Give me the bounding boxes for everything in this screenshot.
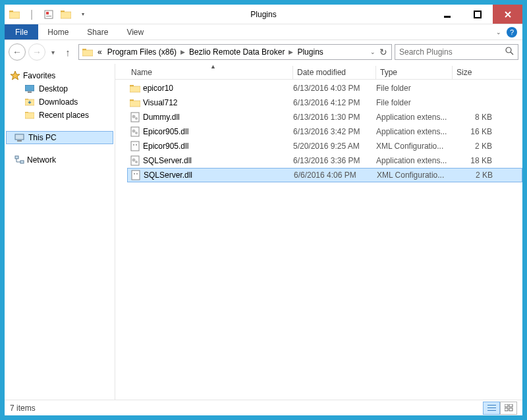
file-row[interactable]: Dummy.dll6/13/2016 1:30 PMApplication ex… [127, 110, 522, 124]
svg-rect-48 [509, 408, 513, 411]
sidebar-item-recent[interactable]: Recent places [6, 109, 113, 122]
breadcrumb-part[interactable]: Plugins [294, 47, 325, 57]
file-tab[interactable]: File [5, 24, 38, 39]
body: Favorites Desktop Downloads Recent place… [5, 64, 522, 400]
recent-icon [24, 110, 35, 120]
file-name: SQLServer.dll [144, 171, 192, 180]
details-view-button[interactable] [483, 402, 500, 415]
file-type: Application extens... [376, 127, 453, 136]
svg-rect-45 [505, 404, 508, 407]
svg-rect-14 [28, 92, 32, 93]
sidebar-item-thispc[interactable]: This PC [6, 131, 113, 144]
file-name: Visual712 [143, 98, 178, 107]
file-size: 2 KB [453, 171, 493, 180]
sidebar-item-desktop[interactable]: Desktop [6, 82, 113, 95]
chevron-right-icon[interactable]: ▶ [179, 49, 186, 55]
thumbnails-view-button[interactable] [500, 402, 517, 415]
minimize-button[interactable] [431, 5, 462, 24]
forward-button[interactable]: → [28, 43, 45, 61]
ribbon: File Home Share View ⌄ ? [5, 24, 522, 40]
svg-point-40 [134, 173, 135, 174]
tab-home[interactable]: Home [38, 24, 78, 39]
file-date: 6/13/2016 4:12 PM [293, 98, 376, 107]
up-button[interactable]: ↑ [60, 44, 76, 60]
file-date: 5/20/2016 9:25 AM [293, 142, 376, 151]
status-bar: 7 items [5, 400, 522, 415]
close-button[interactable] [492, 5, 522, 24]
sidebar-item-network[interactable]: Network [6, 153, 113, 167]
svg-point-29 [135, 117, 138, 120]
desktop-icon [24, 84, 35, 94]
file-row[interactable]: SQLServer.dll6/6/2016 4:06 PMXML Configu… [127, 168, 522, 182]
svg-rect-44 [487, 410, 496, 411]
history-dropdown[interactable]: ▾ [48, 46, 57, 58]
breadcrumb-prefix[interactable]: « [95, 47, 105, 57]
column-type[interactable]: Type [376, 66, 453, 79]
navigation-pane: Favorites Desktop Downloads Recent place… [5, 64, 115, 400]
column-date[interactable]: Date modified [293, 66, 376, 79]
file-date: 6/13/2016 4:03 PM [293, 84, 376, 93]
svg-point-41 [136, 173, 138, 174]
file-type: Application extens... [376, 156, 453, 165]
tab-share[interactable]: Share [78, 24, 117, 39]
file-row[interactable]: epicor106/13/2016 4:03 PMFile folder [127, 81, 522, 95]
file-row[interactable]: SQLServer.dll6/13/2016 3:36 PMApplicatio… [127, 153, 522, 168]
sidebar-item-downloads[interactable]: Downloads [6, 95, 113, 109]
chevron-right-icon[interactable]: ▶ [287, 49, 294, 55]
maximize-button[interactable] [462, 5, 492, 24]
folder-icon [130, 83, 140, 93]
star-icon [10, 70, 20, 81]
breadcrumb-part[interactable]: Program Files (x86) [105, 47, 179, 57]
search-icon [505, 47, 514, 57]
file-row[interactable]: Epicor905.dll6/13/2016 3:42 PMApplicatio… [127, 124, 522, 139]
svg-rect-20 [17, 140, 22, 142]
new-folder-icon[interactable] [59, 7, 73, 22]
file-type: XML Configuratio... [376, 142, 453, 151]
favorites-group[interactable]: Favorites [6, 69, 113, 82]
item-count: 7 items [10, 404, 36, 413]
folder-icon [130, 97, 140, 108]
properties-icon[interactable] [42, 7, 56, 22]
sidebar-item-label: This PC [28, 133, 57, 142]
svg-rect-24 [130, 86, 140, 92]
help-icon[interactable]: ? [507, 27, 517, 38]
xml-icon [130, 141, 140, 151]
breadcrumb-part[interactable]: Bezlio Remote Data Broker [186, 47, 287, 57]
sidebar-item-label: Recent places [39, 111, 89, 120]
computer-icon [14, 132, 24, 143]
svg-point-32 [135, 132, 138, 134]
svg-rect-7 [444, 16, 451, 18]
column-headers: ▲ Name Date modified Type Size [115, 64, 522, 80]
svg-rect-33 [131, 142, 139, 151]
file-name: Epicor905.dll [143, 142, 188, 151]
file-size: 16 KB [453, 127, 492, 136]
explorer-window: | ▾ Plugins File Home Share View [4, 4, 523, 416]
search-input[interactable]: Search Plugins [395, 44, 518, 60]
svg-rect-18 [25, 113, 34, 118]
back-button[interactable]: ← [9, 43, 26, 61]
dll-icon [130, 155, 140, 166]
file-row[interactable]: Epicor905.dll5/20/2016 9:25 AMXML Config… [127, 139, 522, 153]
file-name: Epicor905.dll [143, 127, 188, 136]
file-date: 6/13/2016 3:42 PM [293, 127, 376, 136]
address-dropdown-icon[interactable]: ⌄ [370, 49, 375, 55]
tab-view[interactable]: View [117, 24, 153, 39]
file-size: 2 KB [453, 142, 492, 151]
file-list[interactable]: epicor106/13/2016 4:03 PMFile folderVisu… [115, 80, 522, 400]
quick-access-toolbar: | ▾ [5, 5, 93, 24]
address-folder-icon [82, 46, 94, 58]
sidebar-item-label: Network [27, 155, 56, 165]
qat-dropdown[interactable]: ▾ [76, 7, 90, 22]
svg-point-28 [132, 115, 136, 118]
svg-rect-42 [487, 405, 496, 406]
svg-rect-21 [15, 156, 18, 159]
address-bar[interactable]: « Program Files (x86) ▶ Bezlio Remote Da… [78, 44, 392, 60]
sidebar-item-label: Desktop [39, 84, 68, 93]
refresh-icon[interactable]: ↻ [379, 47, 387, 57]
file-type: File folder [376, 98, 453, 107]
column-size[interactable]: Size [453, 66, 496, 79]
app-icon [7, 7, 22, 22]
ribbon-expand-icon[interactable]: ⌄ [496, 29, 501, 36]
file-row[interactable]: Visual7126/13/2016 4:12 PMFile folder [127, 95, 522, 110]
qat-divider: | [24, 7, 39, 22]
